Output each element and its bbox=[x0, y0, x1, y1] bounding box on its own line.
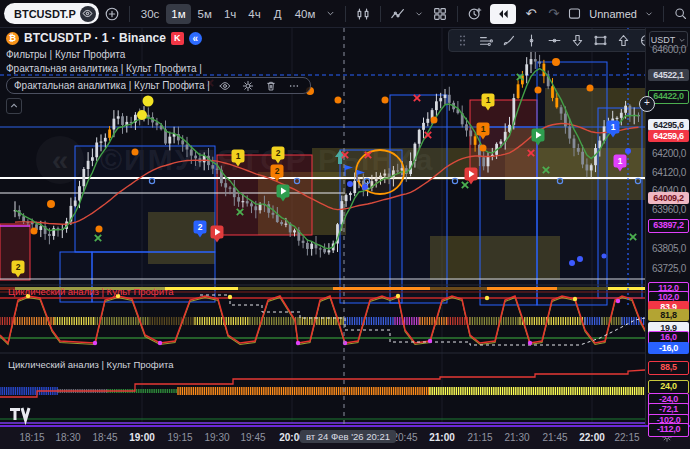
price-label: 64522,1 bbox=[648, 69, 689, 81]
price-label: 24,0 bbox=[648, 380, 689, 394]
rectangle-shape-icon[interactable] bbox=[590, 33, 611, 48]
replay-badge-icon: « bbox=[189, 32, 202, 45]
time-tick: 21:00 bbox=[429, 432, 455, 443]
svg-text:2: 2 bbox=[16, 262, 21, 272]
svg-text:2: 2 bbox=[275, 166, 280, 176]
favorite-drawings-toolbar[interactable] bbox=[448, 29, 661, 52]
toolbar-separator bbox=[380, 6, 381, 22]
crosshair-time-tooltip: вт 24 Фев '26 20:21 bbox=[300, 430, 396, 443]
timeframe-1м[interactable]: 1м bbox=[166, 4, 190, 24]
time-tick: 18:45 bbox=[92, 432, 117, 443]
trash-icon[interactable] bbox=[262, 80, 280, 92]
toolbar-separator bbox=[345, 6, 346, 22]
svg-text:1: 1 bbox=[486, 95, 491, 105]
drag-handle-icon[interactable] bbox=[452, 33, 473, 48]
time-tick: 19:15 bbox=[167, 432, 192, 443]
arrow-down-shape-icon[interactable] bbox=[567, 33, 588, 48]
time-tick: 19:30 bbox=[204, 432, 229, 443]
toolbar-left-group: BTCUSDT.P30с1м5м1ч4чД40м↶↷ bbox=[4, 3, 564, 24]
eye-icon[interactable] bbox=[216, 80, 234, 92]
brush-icon[interactable] bbox=[498, 33, 519, 48]
quick-search-icon[interactable] bbox=[670, 6, 690, 21]
chart-region: « ©ИМУЛЯТОР РЫНКа 122111122 ₿ BTCUSDT.P … bbox=[0, 28, 645, 425]
layout-icon[interactable] bbox=[564, 6, 585, 21]
alert-clock-icon[interactable] bbox=[464, 6, 486, 22]
time-tick: 21:45 bbox=[542, 432, 567, 443]
time-tick: 19:00 bbox=[129, 432, 155, 443]
timeframe-40м[interactable]: 40м bbox=[290, 4, 321, 24]
price-tick: 63805,0 bbox=[652, 243, 686, 254]
add-alert-plus-icon[interactable]: + bbox=[639, 96, 655, 112]
arrow-up-shape-icon[interactable] bbox=[613, 33, 634, 48]
undo-button[interactable]: ↶ bbox=[520, 6, 541, 21]
time-tick: 22:00 bbox=[579, 432, 605, 443]
layout-name-label[interactable]: Unnamed bbox=[587, 8, 639, 20]
price-scale[interactable]: USDT + 64600,064200,064120,064040,063960… bbox=[645, 28, 690, 425]
svg-text:2: 2 bbox=[198, 222, 203, 232]
bar-replay-button[interactable] bbox=[490, 4, 516, 24]
legend-indicator-fractal-selected[interactable]: Фрактальная аналитика | Культ Профита | bbox=[6, 77, 311, 94]
time-tick: 21:15 bbox=[467, 432, 492, 443]
price-label: 64009,2 bbox=[648, 192, 689, 204]
legend-indicator-filters[interactable]: Фильтры | Культ Профита bbox=[6, 48, 311, 61]
price-tick: 63960,0 bbox=[652, 204, 686, 215]
symbol-search-button[interactable]: BTCUSDT.P bbox=[4, 3, 99, 24]
price-label: -112,0 bbox=[648, 423, 689, 437]
time-axis[interactable]: вт 24 Фев '26 20:21 18:1518:3018:4519:00… bbox=[0, 425, 690, 449]
time-tick: 22:15 bbox=[614, 432, 639, 443]
toolbar-right-group: Unnamed bbox=[564, 6, 690, 22]
time-tick: 20:45 bbox=[392, 432, 417, 443]
vertical-line-icon[interactable] bbox=[521, 33, 542, 48]
time-tick: 18:30 bbox=[55, 432, 80, 443]
add-circle-icon[interactable] bbox=[101, 6, 123, 22]
more-dots-icon[interactable] bbox=[285, 80, 303, 92]
timeframe-5м[interactable]: 5м bbox=[193, 4, 217, 24]
indicators-icon[interactable] bbox=[387, 6, 409, 22]
chevron-down-icon bbox=[678, 36, 686, 44]
candle-style-icon[interactable] bbox=[352, 6, 374, 22]
time-tick: 21:30 bbox=[504, 432, 529, 443]
cross-line-icon[interactable] bbox=[544, 33, 565, 48]
chevron-down-icon[interactable] bbox=[411, 9, 427, 19]
timeframe-30с[interactable]: 30с bbox=[136, 4, 165, 24]
svg-text:1: 1 bbox=[236, 151, 241, 161]
price-tick: 64200,0 bbox=[652, 148, 686, 159]
panel2-title[interactable]: Циклический анализ | Культ Профита bbox=[8, 359, 173, 370]
price-label: 88,5 bbox=[648, 361, 689, 375]
toolbar-separator bbox=[457, 6, 458, 22]
top-toolbar: BTCUSDT.P30с1м5м1ч4чД40м↶↷ Unnamed bbox=[0, 0, 690, 28]
symbol-label: BTCUSDT.P bbox=[14, 8, 76, 20]
timeframe-1ч[interactable]: 1ч bbox=[219, 4, 241, 24]
price-label: 63897,2 bbox=[648, 219, 689, 233]
svg-text:2: 2 bbox=[276, 148, 281, 158]
timeframe-4ч[interactable]: 4ч bbox=[243, 4, 265, 24]
chevron-down-icon[interactable] bbox=[322, 8, 339, 19]
legend-collapse-button[interactable] bbox=[6, 98, 22, 114]
settings-gear-icon[interactable] bbox=[239, 80, 257, 92]
panel1-title[interactable]: Циклический анализ | Культ Профита bbox=[8, 286, 173, 297]
legend-indicator-fractal[interactable]: Фрактальная аналитика | Культ Профита | bbox=[6, 62, 311, 75]
redo-button[interactable]: ↷ bbox=[543, 6, 564, 21]
chevron-down-icon[interactable] bbox=[641, 9, 657, 19]
price-label: -16,0 bbox=[648, 342, 689, 354]
price-tick: 64120,0 bbox=[652, 167, 686, 178]
timeframe-Д[interactable]: Д bbox=[268, 4, 288, 24]
price-tick: 63725,0 bbox=[652, 263, 686, 274]
toolbar-separator bbox=[129, 6, 130, 22]
tradingview-app: BTCUSDT.P30с1м5м1ч4чД40м↶↷ Unnamed « ©ИМ… bbox=[0, 0, 690, 449]
symbol-visibility-icon[interactable] bbox=[80, 6, 96, 22]
grid-layout-icon[interactable] bbox=[429, 6, 451, 22]
time-tick: 19:45 bbox=[240, 432, 265, 443]
legend-symbol-row[interactable]: ₿ BTCUSDT.P · 1 · Binance K « bbox=[6, 32, 311, 45]
legend-indicator-label: Фрактальная аналитика | Культ Профита | bbox=[14, 79, 210, 92]
trendlines-icon[interactable] bbox=[475, 33, 496, 48]
price-label: 64259,6 bbox=[648, 130, 689, 142]
price-tick: 64600,0 bbox=[652, 44, 686, 55]
legend-symbol-title: BTCUSDT.P · 1 · Binance bbox=[24, 32, 166, 45]
bitcoin-coin-icon: ₿ bbox=[6, 32, 19, 45]
svg-text:1: 1 bbox=[618, 156, 623, 166]
kult-profita-badge-icon: K bbox=[171, 32, 184, 45]
chart-legend: ₿ BTCUSDT.P · 1 · Binance K « Фильтры | … bbox=[6, 32, 311, 114]
time-tick: 18:15 bbox=[19, 432, 44, 443]
legend-indicator-controls bbox=[216, 80, 303, 92]
